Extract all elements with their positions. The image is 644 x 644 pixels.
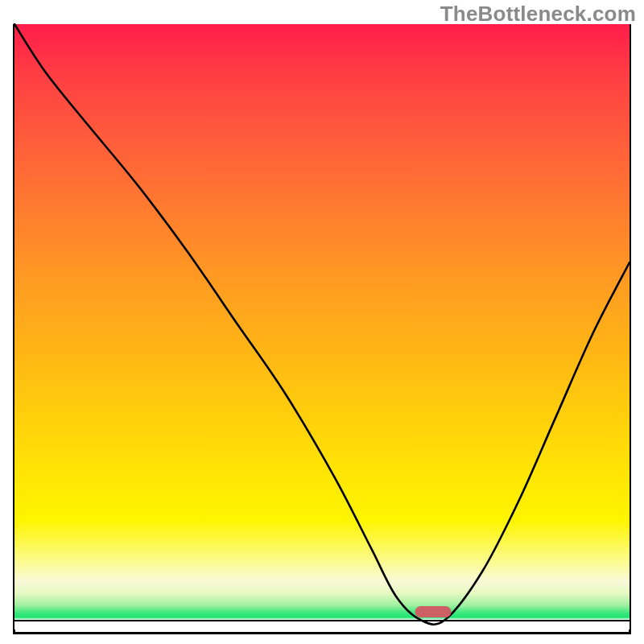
bottleneck-curve-path	[14, 24, 630, 625]
plot-inner	[14, 24, 630, 630]
chart-container: TheBottleneck.com	[0, 0, 644, 644]
plot-area	[14, 24, 630, 630]
optimal-marker	[415, 606, 451, 617]
x-axis	[13, 632, 631, 634]
curve-svg	[14, 24, 630, 630]
watermark-text: TheBottleneck.com	[440, 2, 636, 27]
baseline	[14, 620, 630, 621]
